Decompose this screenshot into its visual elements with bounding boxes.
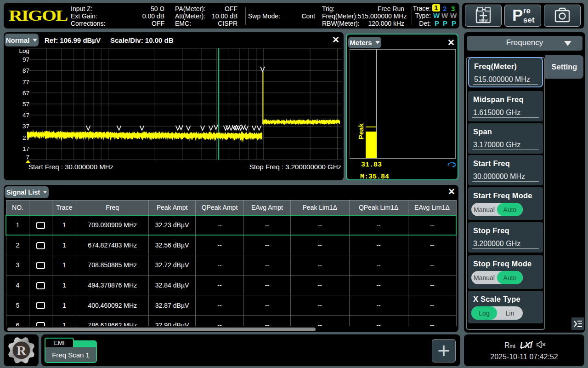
svg-text:VIEW: VIEW bbox=[479, 18, 488, 23]
svg-text:R: R bbox=[17, 343, 27, 358]
